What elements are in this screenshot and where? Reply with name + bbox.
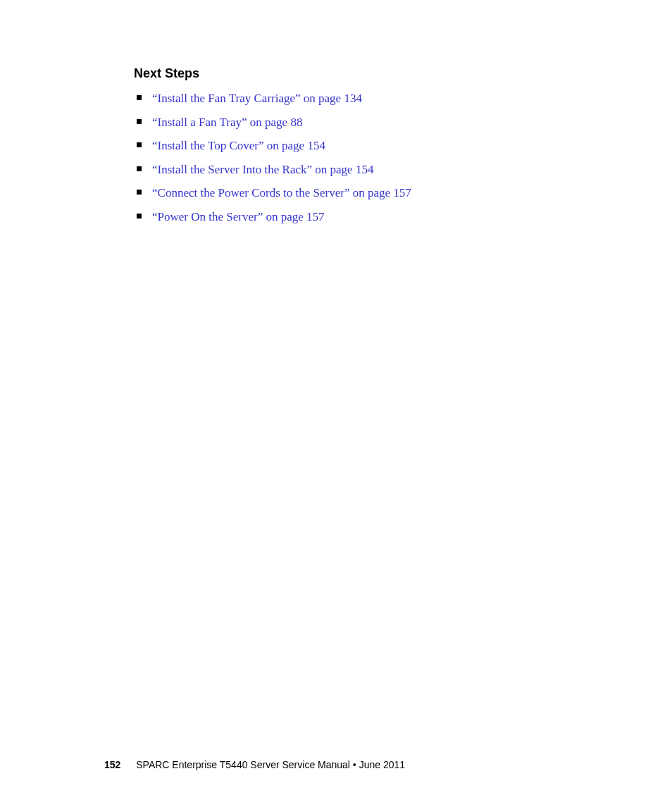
cross-reference-link[interactable]: “Install a Fan Tray” on page 88 bbox=[152, 116, 302, 129]
list-item: “Install the Server Into the Rack” on pa… bbox=[134, 161, 616, 179]
list-item: “Connect the Power Cords to the Server” … bbox=[134, 184, 616, 202]
footer-title: SPARC Enterprise T5440 Server Service Ma… bbox=[136, 759, 405, 770]
list-item: “Install a Fan Tray” on page 88 bbox=[134, 113, 616, 132]
list-item: “Power On the Server” on page 157 bbox=[134, 208, 616, 226]
bullet-icon bbox=[137, 214, 142, 218]
cross-reference-link[interactable]: “Install the Fan Tray Carriage” on page … bbox=[152, 92, 362, 105]
next-steps-list: “Install the Fan Tray Carriage” on page … bbox=[134, 90, 616, 226]
list-item: “Install the Top Cover” on page 154 bbox=[134, 137, 616, 155]
cross-reference-link[interactable]: “Install the Top Cover” on page 154 bbox=[152, 139, 325, 152]
page-content: Next Steps “Install the Fan Tray Carriag… bbox=[0, 0, 672, 226]
bullet-icon bbox=[137, 119, 142, 124]
bullet-icon bbox=[137, 142, 142, 147]
next-steps-heading: Next Steps bbox=[134, 66, 616, 81]
list-item: “Install the Fan Tray Carriage” on page … bbox=[134, 90, 616, 108]
bullet-icon bbox=[137, 95, 142, 100]
bullet-icon bbox=[137, 190, 142, 195]
page-footer: 152 SPARC Enterprise T5440 Server Servic… bbox=[104, 759, 405, 770]
page-number: 152 bbox=[104, 759, 120, 770]
cross-reference-link[interactable]: “Power On the Server” on page 157 bbox=[152, 210, 325, 223]
cross-reference-link[interactable]: “Connect the Power Cords to the Server” … bbox=[152, 186, 411, 199]
bullet-icon bbox=[137, 166, 142, 171]
cross-reference-link[interactable]: “Install the Server Into the Rack” on pa… bbox=[152, 163, 373, 176]
